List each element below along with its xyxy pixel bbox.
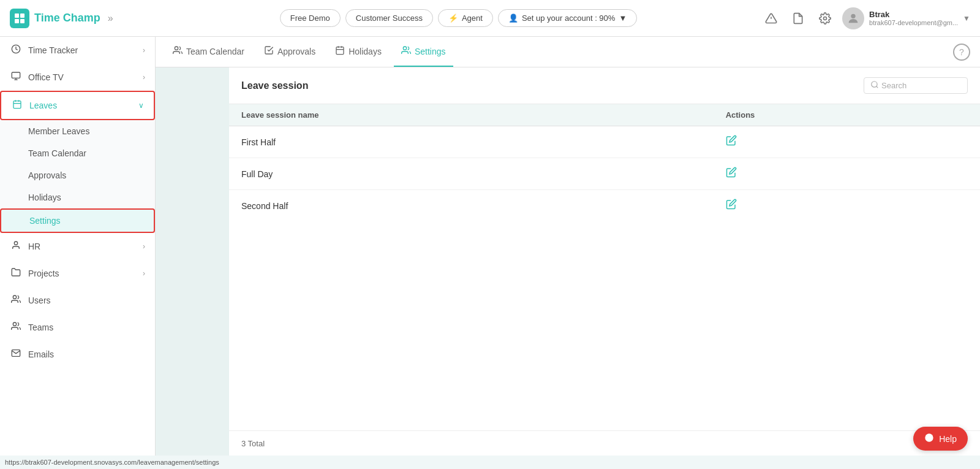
setup-account-button[interactable]: 👤 Set up your account : 90% ▼ <box>498 9 637 27</box>
sidebar-item-label: Leaves <box>29 101 57 110</box>
sidebar-item-label: Users <box>28 296 51 305</box>
teams-icon <box>10 321 22 334</box>
svg-line-26 <box>876 86 878 88</box>
main-content: Leave session Leave session name <box>156 67 980 456</box>
sidebar-item-office-tv[interactable]: Office TV › <box>0 64 155 91</box>
user-profile-area[interactable]: Btrak btrak607-development@gm... ▼ <box>842 7 970 29</box>
approvals-label: Approvals <box>28 170 66 180</box>
panel-title: Leave session <box>241 80 308 91</box>
tabs-bar: Team Calendar Approvals Holi <box>156 37 980 67</box>
edit-icon-second-half[interactable] <box>726 199 737 213</box>
document-icon[interactable] <box>788 9 808 28</box>
sidebar-item-teams[interactable]: Teams <box>0 314 155 341</box>
user-email: btrak607-development@gm... <box>869 19 958 26</box>
sidebar-item-holidays[interactable]: Holidays <box>0 186 155 208</box>
status-url: https://btrak607-development.snovasys.co… <box>5 459 219 466</box>
time-tracker-chevron-icon: › <box>143 46 145 55</box>
logo-expand-icon[interactable]: » <box>108 13 113 24</box>
tab-team-calendar[interactable]: Team Calendar <box>165 37 252 67</box>
table-row: Full Day <box>229 158 980 190</box>
help-circle-icon[interactable]: ? <box>953 44 970 61</box>
row-name-full-day: Full Day <box>241 169 726 179</box>
sidebar-item-label: Time Tracker <box>28 45 78 55</box>
agent-label: Agent <box>462 13 483 23</box>
svg-point-19 <box>175 47 178 50</box>
office-tv-icon <box>10 71 22 83</box>
hr-chevron-icon: › <box>143 242 145 251</box>
users-icon <box>10 294 22 307</box>
sidebar-item-time-tracker[interactable]: Time Tracker › <box>0 37 155 64</box>
tabs-left: Team Calendar Approvals Holi <box>165 37 453 67</box>
row-actions-second-half <box>726 199 968 213</box>
svg-text:?: ? <box>928 435 931 441</box>
edit-icon-full-day[interactable] <box>726 167 737 181</box>
context-sidebar <box>156 67 229 456</box>
sidebar-item-team-calendar[interactable]: Team Calendar <box>0 142 155 164</box>
sidebar-item-projects[interactable]: Projects › <box>0 260 155 287</box>
tab-label: Approvals <box>277 47 315 56</box>
person-icon: 👤 <box>508 13 518 23</box>
settings-gear-icon[interactable] <box>815 9 835 28</box>
member-leaves-label: Member Leaves <box>28 126 89 136</box>
sidebar-item-label: Teams <box>28 322 53 332</box>
svg-point-7 <box>851 13 855 18</box>
alert-icon[interactable] <box>761 9 781 28</box>
top-icons: Btrak btrak607-development@gm... ▼ <box>761 7 970 29</box>
leave-session-panel: Leave session Leave session name <box>229 67 980 456</box>
tab-label: Team Calendar <box>186 47 244 56</box>
sidebar-item-emails[interactable]: Emails <box>0 341 155 368</box>
time-tracker-icon <box>10 44 22 56</box>
hr-icon <box>10 240 22 253</box>
holidays-tab-icon <box>335 45 345 58</box>
sidebar-item-settings[interactable]: Settings <box>0 208 155 233</box>
search-input[interactable] <box>881 81 961 90</box>
main-area: Time Tracker › Office TV › Leaves ∨ <box>0 37 980 456</box>
svg-rect-20 <box>336 47 344 54</box>
table-header: Leave session name Actions <box>229 104 980 126</box>
setup-chevron-icon: ▼ <box>619 13 627 23</box>
panel-footer: 3 Total <box>229 430 980 456</box>
help-btn-label: Help <box>939 434 957 444</box>
sidebar-item-hr[interactable]: HR › <box>0 233 155 260</box>
free-demo-button[interactable]: Free Demo <box>280 9 341 27</box>
office-tv-chevron-icon: › <box>143 73 145 82</box>
avatar <box>842 7 864 29</box>
tab-holidays[interactable]: Holidays <box>328 37 389 67</box>
row-actions-first-half <box>726 135 968 149</box>
sidebar-item-leaves[interactable]: Leaves ∨ <box>0 91 155 120</box>
agent-button[interactable]: ⚡ Agent <box>438 9 493 27</box>
agent-bolt-icon: ⚡ <box>448 13 458 23</box>
top-nav: Free Demo Customer Success ⚡ Agent 👤 Set… <box>165 9 752 27</box>
sidebar-item-label: Projects <box>28 269 59 278</box>
customer-success-button[interactable]: Customer Success <box>345 9 433 27</box>
leaves-submenu: Member Leaves Team Calendar Approvals Ho… <box>0 120 155 233</box>
holidays-label: Holidays <box>28 193 61 202</box>
tab-settings[interactable]: Settings <box>394 37 453 67</box>
user-info: Btrak btrak607-development@gm... <box>869 10 958 26</box>
settings-label: Settings <box>29 216 61 226</box>
tab-approvals[interactable]: Approvals <box>257 37 323 67</box>
app-logo-text: Time Champ <box>34 12 100 25</box>
edit-icon-first-half[interactable] <box>726 135 737 149</box>
search-input-wrap <box>864 77 968 94</box>
row-name-second-half: Second Half <box>241 201 726 211</box>
approvals-tab-icon <box>264 45 274 58</box>
svg-point-17 <box>13 296 16 299</box>
svg-point-16 <box>14 242 17 245</box>
svg-rect-2 <box>15 19 19 23</box>
sidebar-item-label: Emails <box>28 349 54 359</box>
emails-icon <box>10 348 22 360</box>
help-button[interactable]: ? Help <box>913 427 968 451</box>
projects-chevron-icon: › <box>143 269 145 278</box>
sidebar-item-approvals[interactable]: Approvals <box>0 164 155 186</box>
footer-total: 3 Total <box>241 439 265 448</box>
tab-label: Settings <box>415 47 446 56</box>
logo-icon <box>10 9 29 28</box>
sidebar-item-member-leaves[interactable]: Member Leaves <box>0 120 155 142</box>
table-body: First Half Full Day <box>229 126 980 430</box>
row-actions-full-day <box>726 167 968 181</box>
svg-rect-9 <box>12 72 20 78</box>
sidebar: Time Tracker › Office TV › Leaves ∨ <box>0 37 156 456</box>
sidebar-item-users[interactable]: Users <box>0 287 155 314</box>
svg-point-6 <box>824 17 827 20</box>
